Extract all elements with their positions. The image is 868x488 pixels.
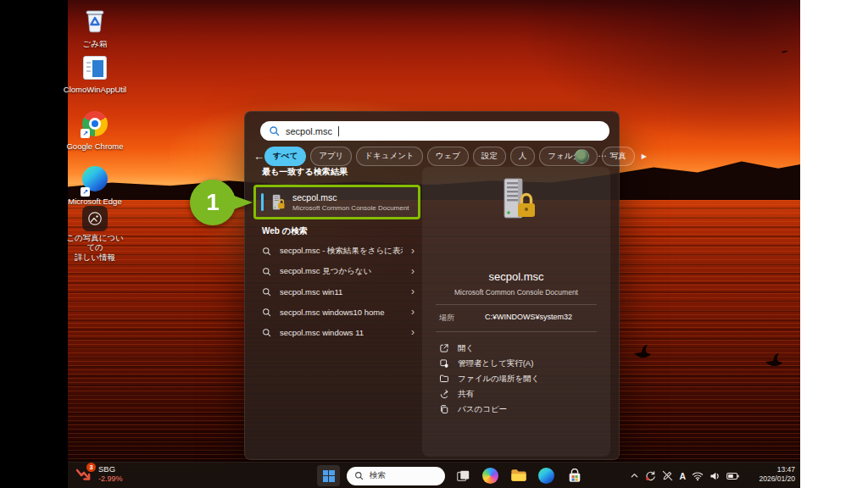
pen-disabled-icon[interactable] xyxy=(662,470,673,481)
battery-icon[interactable] xyxy=(726,472,739,480)
search-query-text: secpol.msc xyxy=(286,126,332,136)
file-explorer-button[interactable] xyxy=(508,465,529,486)
action-share[interactable]: 共有 xyxy=(432,386,602,402)
admin-shield-icon xyxy=(439,358,449,369)
share-icon xyxy=(439,389,449,399)
step-annotation: 1 xyxy=(190,180,258,227)
location-row: 場所 C:¥WINDOWS¥system32 xyxy=(439,313,600,324)
location-value: C:¥WINDOWS¥system32 xyxy=(485,313,572,324)
widgets-button[interactable]: 3 SBG -2.99% xyxy=(75,465,123,484)
action-open[interactable]: 開く xyxy=(432,341,602,356)
desktop-icon-microsoft-edge[interactable]: ↗ Microsoft Edge xyxy=(63,166,127,206)
chrome-icon: ↗ xyxy=(82,111,108,136)
filter-tab-settings[interactable]: 設定 xyxy=(473,147,506,166)
recycle-bin-icon xyxy=(82,7,108,34)
stock-widget-icon: 3 xyxy=(75,465,93,484)
microsoft-store-icon xyxy=(567,469,582,484)
suggestion-text: secpol.msc windows 11 xyxy=(280,328,403,337)
microsoft-store-button[interactable] xyxy=(564,465,585,486)
sync-status-icon[interactable] xyxy=(645,470,656,481)
web-suggestion[interactable]: secpol.msc 見つからない › xyxy=(253,261,423,281)
desktop-icon-clomowinapputil[interactable]: ClomoWinAppUtil xyxy=(63,56,127,94)
annotation-bubble: 1 xyxy=(190,180,236,225)
task-view-icon xyxy=(455,469,470,484)
shortcut-arrow-icon: ↗ xyxy=(81,187,90,197)
taskbar-search-placeholder: 検索 xyxy=(370,470,386,481)
location-label: 場所 xyxy=(439,313,485,324)
copy-icon xyxy=(439,404,449,414)
action-run-as-admin[interactable]: 管理者として実行(A) xyxy=(432,356,602,371)
chevron-right-icon: › xyxy=(411,245,415,257)
secpol-file-icon xyxy=(270,194,286,211)
selection-accent-bar xyxy=(261,193,264,211)
task-view-button[interactable] xyxy=(452,465,473,486)
chevron-right-icon: › xyxy=(411,286,415,297)
shortcut-arrow-icon: ↗ xyxy=(81,129,90,138)
search-filter-row: ← すべて アプリ ドキュメント ウェブ 設定 人 フォルダー 写真 ▶ … xyxy=(253,147,613,166)
swan-silhouette xyxy=(763,352,785,367)
search-icon xyxy=(262,247,271,256)
taskbar-search-box[interactable]: 検索 xyxy=(347,467,445,485)
filter-tab-web[interactable]: ウェブ xyxy=(427,147,469,166)
action-open-file-location[interactable]: ファイルの場所を開く xyxy=(432,371,602,386)
web-search-heading: Web の検索 xyxy=(262,225,308,237)
web-suggestion[interactable]: secpol.msc windows 11 › xyxy=(253,322,423,342)
back-arrow-icon[interactable]: ← xyxy=(253,150,264,163)
filter-tab-documents[interactable]: ドキュメント xyxy=(356,147,422,166)
search-icon xyxy=(262,267,271,276)
suggestion-text: secpol.msc win11 xyxy=(280,287,403,297)
stock-change: -2.99% xyxy=(98,474,123,483)
filter-tab-people[interactable]: 人 xyxy=(510,147,536,166)
filter-tab-all[interactable]: すべて xyxy=(264,147,306,166)
stock-ticker: SBG xyxy=(98,465,123,474)
best-match-heading: 最も一致する検索結果 xyxy=(262,166,348,178)
tray-chevron-up-icon[interactable] xyxy=(630,471,639,480)
clock-time: 13:47 xyxy=(759,465,795,474)
secpol-file-icon-large xyxy=(494,177,538,225)
search-input[interactable]: secpol.msc xyxy=(260,121,609,141)
action-label: 管理者として実行(A) xyxy=(458,358,533,369)
search-icon xyxy=(269,125,280,136)
photo-info-icon xyxy=(82,206,108,231)
swan-silhouette xyxy=(632,343,654,358)
folder-icon xyxy=(439,374,449,384)
user-avatar[interactable] xyxy=(575,149,589,164)
edge-button[interactable] xyxy=(536,465,557,486)
action-copy-path[interactable]: パスのコピー xyxy=(432,402,602,417)
action-label: 共有 xyxy=(458,389,474,400)
search-icon xyxy=(262,308,271,317)
desktop-icon-label: Google Chrome xyxy=(63,141,127,151)
margin-right xyxy=(800,0,868,488)
search-icon xyxy=(262,328,271,337)
more-options-icon[interactable]: … xyxy=(598,148,608,158)
file-explorer-icon xyxy=(510,469,527,483)
notification-badge: 3 xyxy=(86,463,96,472)
letterbox-left xyxy=(0,0,68,488)
search-icon xyxy=(262,287,271,297)
copilot-button[interactable] xyxy=(480,465,501,486)
web-suggestion[interactable]: secpol.msc - 検索結果をさらに表示する › xyxy=(253,241,423,261)
web-suggestion[interactable]: secpol.msc win11 › xyxy=(253,281,423,302)
divider xyxy=(436,331,597,332)
filter-tab-apps[interactable]: アプリ xyxy=(310,147,352,166)
filter-overflow-icon[interactable]: ▶ xyxy=(642,152,647,160)
chevron-right-icon: › xyxy=(411,306,415,318)
best-match-result[interactable]: secpol.msc Microsoft Common Console Docu… xyxy=(253,185,420,219)
desktop-icon-photo-info[interactable]: この写真についての 詳しい情報 xyxy=(63,206,127,262)
search-flyout: secpol.msc ← すべて アプリ ドキュメント ウェブ 設定 人 フォル… xyxy=(244,111,620,460)
suggestion-text: secpol.msc - 検索結果をさらに表示する xyxy=(280,246,403,257)
start-button[interactable] xyxy=(317,465,340,486)
wifi-icon[interactable] xyxy=(692,471,704,481)
volume-icon[interactable] xyxy=(709,471,721,481)
taskbar-clock[interactable]: 13:47 2026/01/20 xyxy=(759,465,795,485)
desktop-icon-google-chrome[interactable]: ↗ Google Chrome xyxy=(63,111,127,151)
divider xyxy=(436,304,597,305)
ime-mode-indicator[interactable]: A xyxy=(679,471,686,481)
suggestion-text: secpol.msc windows10 home xyxy=(280,308,403,317)
windows-logo-icon xyxy=(323,470,335,482)
desktop-icon-recycle-bin[interactable]: ごみ箱 xyxy=(63,7,127,48)
action-label: パスのコピー xyxy=(458,404,507,415)
preview-title: secpol.msc xyxy=(422,270,610,283)
web-suggestion[interactable]: secpol.msc windows10 home › xyxy=(253,302,423,322)
search-icon xyxy=(354,471,364,480)
